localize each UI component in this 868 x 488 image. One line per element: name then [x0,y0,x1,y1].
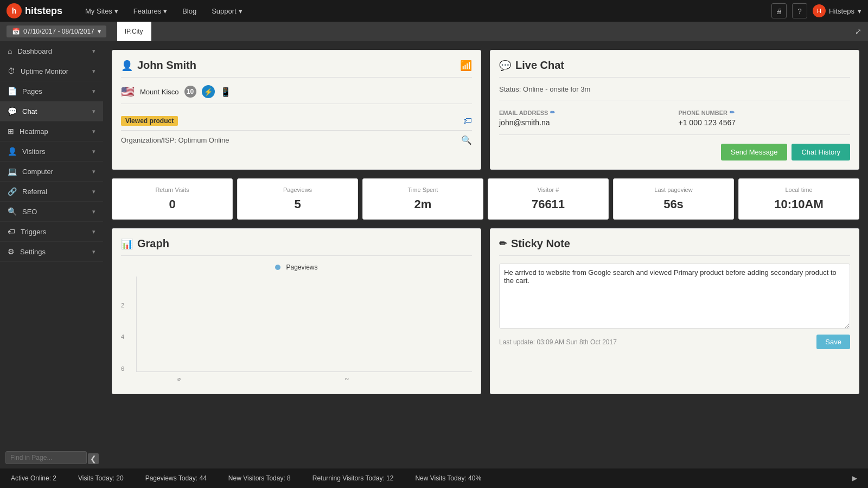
y-label-6: 6 [121,365,136,372]
user-icon: 👤 [121,60,133,72]
y-label-4: 4 [121,333,136,340]
sidebar-item-seo[interactable]: 🔍 SEO ▾ [0,202,103,222]
stat-label-pageviews: Pageviews [245,187,350,193]
chevron-icon: ▾ [92,188,95,195]
user-name: John Smith [137,59,196,72]
pages-icon: 📄 [8,87,17,95]
stat-value-time-spent: 2m [371,197,475,211]
uptime-icon: ⏱ [8,67,15,75]
nav-blog[interactable]: Blog [176,4,203,18]
expand-icon[interactable]: ⤢ [855,27,861,36]
sticky-note-timestamp: Last update: 03:09 AM Sun 8th Oct 2017 [499,338,617,346]
graph-card: 📊 Graph Pageviews 6 4 2 [112,228,481,394]
sidebar-label-visitors: Visitors [22,147,45,156]
sidebar-item-referral[interactable]: 🔗 Referral ▾ [0,182,103,202]
sidebar-item-uptime[interactable]: ⏱ Uptime Monitor ▾ [0,61,103,81]
chevron-down-icon: ▾ [98,28,101,35]
help-icon[interactable]: ? [792,3,807,18]
heatmap-icon: ⊞ [8,127,14,136]
sidebar-item-pages[interactable]: 📄 Pages ▾ [0,81,103,101]
sidebar-item-visitors[interactable]: 👤 Visitors ▾ [0,142,103,162]
stat-value-pageviews: 5 [245,197,350,211]
stat-label-visitor-num: Visitor # [496,187,601,193]
x-label-1: ⌀ [177,376,181,382]
graph-label: Graph [137,237,169,250]
stat-value-last-pageview: 56s [621,197,726,211]
find-in-page-input[interactable] [5,451,87,464]
sidebar-label-settings: Settings [20,248,46,256]
visits-today: Visits Today: 20 [78,474,124,482]
nav-my-sites[interactable]: My Sites ▾ [79,4,125,18]
chevron-icon: ▾ [92,48,95,55]
sidebar-item-computer[interactable]: 💻 Computer ▾ [0,162,103,182]
status-bar: Active Online: 2 Visits Today: 20 Pagevi… [0,468,868,488]
stat-label-return-visits: Return Visits [120,187,225,193]
speed-icon: ⚡ [202,85,215,98]
chevron-icon: ▾ [92,168,95,175]
chart-area [136,277,472,372]
stat-last-pageview: Last pageview 56s [613,178,734,220]
dashboard-icon: ⌂ [8,47,12,55]
tag-badge: Viewed product [121,116,178,126]
settings-icon: ⚙ [8,247,15,256]
graph-legend: Pageviews [121,264,472,271]
graph-icon: 📊 [121,238,133,250]
email-section: EMAIL ADDRESS ✏ john@smith.na [499,109,671,127]
wifi-icon: 📶 [460,60,472,72]
logo-icon: h [7,3,22,18]
ip-city-tab[interactable]: IP.City [117,22,151,41]
location: Mount Kisco [140,88,179,96]
phone-section: PHONE NUMBER ✏ +1 000 123 4567 [679,109,851,127]
nav-support[interactable]: Support ▾ [205,4,249,18]
print-icon[interactable]: 🖨 [771,3,787,18]
device-icon: 📱 [220,87,231,97]
stat-return-visits: Return Visits 0 [112,178,233,220]
triggers-icon: 🏷 [8,227,15,236]
chat-history-button[interactable]: Chat History [792,144,850,160]
bottom-row: 📊 Graph Pageviews 6 4 2 [112,228,859,394]
sticky-note-icon: ✏ [499,238,507,249]
sticky-note-textarea[interactable]: He arrived to website from Google search… [499,264,850,329]
sidebar-label-dashboard: Dashboard [17,47,52,55]
user-card: 👤 John Smith 📶 🇺🇸 Mount Kisco 10 ⚡ 📱 Vie… [112,50,481,170]
chevron-icon: ▾ [92,228,95,235]
y-label-2: 2 [121,302,136,309]
chevron-icon: ▾ [92,128,95,135]
flag-icon: 🇺🇸 [121,85,135,98]
contact-grid: EMAIL ADDRESS ✏ john@smith.na PHONE NUMB… [499,109,850,135]
sidebar-item-heatmap[interactable]: ⊞ Heatmap ▾ [0,121,103,142]
sticky-note-save-button[interactable]: Save [816,335,850,349]
search-icon[interactable]: 🔍 [461,135,472,145]
legend-label-pageviews: Pageviews [286,264,317,271]
email-value: john@smith.na [499,118,671,127]
edit-phone-icon[interactable]: ✏ [730,109,735,116]
live-chat-label: Live Chat [515,59,564,72]
stat-label-local-time: Local time [746,187,851,193]
user-menu[interactable]: H Hitsteps ▾ [813,4,861,17]
org-row: Organization/ISP: Optimum Online 🔍 [121,131,472,150]
new-visits-pct: New Visits Today: 40% [415,474,481,482]
sidebar-item-settings[interactable]: ⚙ Settings ▾ [0,242,103,262]
sidebar-item-chat[interactable]: 💬 Chat ▾ [0,101,103,121]
date-range-button[interactable]: 📅 07/10/2017 - 08/10/2017 ▾ [7,25,106,37]
nav-features[interactable]: Features ▾ [127,4,174,18]
status-bar-expand[interactable]: ▶ [852,474,857,482]
tab-bar: IP.City [117,22,151,41]
sidebar-item-triggers[interactable]: 🏷 Triggers ▾ [0,222,103,242]
top-row: 👤 John Smith 📶 🇺🇸 Mount Kisco 10 ⚡ 📱 Vie… [112,50,859,170]
main-content: 👤 John Smith 📶 🇺🇸 Mount Kisco 10 ⚡ 📱 Vie… [103,41,868,468]
stat-value-visitor-num: 76611 [496,197,601,211]
edit-email-icon[interactable]: ✏ [550,109,555,116]
sidebar-label-pages: Pages [22,87,42,95]
seo-icon: 🔍 [8,207,17,216]
stats-row: Return Visits 0 Pageviews 5 Time Spent 2… [112,178,859,220]
chevron-icon: ▾ [92,208,95,215]
top-nav-menu: My Sites ▾ Features ▾ Blog Support ▾ [79,4,249,18]
send-message-button[interactable]: Send Message [721,144,788,160]
chevron-icon: ▾ [92,248,95,255]
logo-text: hitsteps [25,5,62,17]
graph-title: 📊 Graph [121,237,472,256]
user-card-title: 👤 John Smith 📶 [121,59,472,78]
collapse-sidebar-button[interactable]: ❮ [88,453,99,464]
sidebar-item-dashboard[interactable]: ⌂ Dashboard ▾ [0,41,103,61]
